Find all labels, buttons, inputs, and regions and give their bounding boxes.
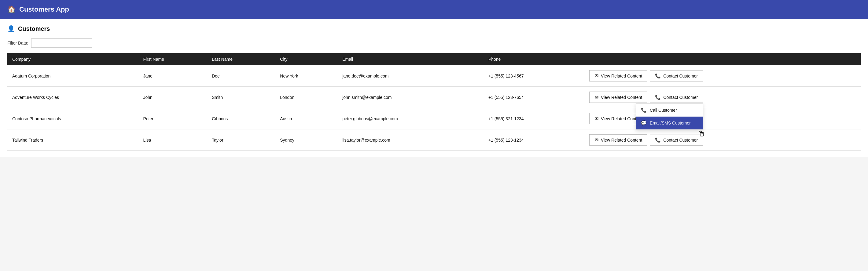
filter-row: Filter Data: [7,38,861,47]
actions-wrapper: ✉View Related Content [589,113,856,124]
email-cell: lisa.taylor@example.com [337,129,484,151]
table-row: Adventure Works CyclesJohnSmithLondonjoh… [7,87,861,108]
page-title: Customers [18,25,50,32]
table-header-row: Company First Name Last Name City Email … [7,53,861,65]
call-icon: 📞 [641,107,647,113]
last-name-cell: Taylor [207,129,275,151]
city-cell: Austin [275,108,337,129]
table-row: Tailwind TradersLisaTaylorSydneylisa.tay… [7,129,861,151]
last-name-cell: Doe [207,65,275,87]
home-icon: 🏠 [7,5,16,13]
call-customer-item[interactable]: 📞Call Customer [636,104,703,116]
company-cell: Contoso Pharmaceuticals [7,108,138,129]
action-cell: ✉View Related Content📞Contact Customer [584,129,861,151]
company-cell: Tailwind Traders [7,129,138,151]
table-row: Adatum CorporationJaneDoeNew Yorkjane.do… [7,65,861,87]
col-actions [584,53,861,65]
col-company: Company [7,53,138,65]
phone-cell: +1 (555) 123-7654 [484,87,584,108]
action-cell: ✉View Related Content📞Contact Customer [584,65,861,87]
phone-cell: +1 (555) 123-1234 [484,129,584,151]
customers-table: Company First Name Last Name City Email … [7,53,861,151]
last-name-cell: Smith [207,87,275,108]
phone-icon: 📞 [655,73,661,79]
col-last-name: Last Name [207,53,275,65]
company-cell: Adventure Works Cycles [7,87,138,108]
action-cell: ✉View Related Content [584,108,861,129]
view-related-button[interactable]: ✉View Related Content [589,92,647,103]
col-city: City [275,53,337,65]
action-cell: ✉View Related Content📞Contact Customer📞C… [584,87,861,108]
view-related-button[interactable]: ✉View Related Content [589,70,647,81]
contact-dropdown-menu: 📞Call Customer💬Email/SMS Customer🖱 [636,103,703,130]
page-content: 👤 Customers Filter Data: Company First N… [0,19,868,157]
email-icon: ✉ [594,116,598,122]
contact-customer-button[interactable]: 📞Contact Customer [650,135,703,145]
phone-icon: 📞 [655,95,661,100]
email-icon: ✉ [594,137,598,143]
email-cell: peter.gibbons@example.com [337,108,484,129]
first-name-cell: Jane [138,65,207,87]
first-name-cell: John [138,87,207,108]
company-cell: Adatum Corporation [7,65,138,87]
table-row: Contoso PharmaceuticalsPeterGibbonsAusti… [7,108,861,129]
contact-dropdown-container: 📞Contact Customer📞Call Customer💬Email/SM… [650,92,703,103]
first-name-cell: Lisa [138,129,207,151]
actions-wrapper: ✉View Related Content📞Contact Customer [589,70,856,81]
filter-label: Filter Data: [7,41,28,45]
chat-icon: 💬 [641,120,647,126]
customers-icon: 👤 [7,25,15,32]
col-phone: Phone [484,53,584,65]
col-first-name: First Name [138,53,207,65]
phone-icon: 📞 [655,137,661,143]
city-cell: London [275,87,337,108]
contact-customer-button[interactable]: 📞Contact Customer [650,70,703,81]
page-heading: 👤 Customers [7,25,861,32]
phone-cell: +1 (555) 123-4567 [484,65,584,87]
email-sms-customer-item[interactable]: 💬Email/SMS Customer [636,116,703,129]
filter-input[interactable] [31,38,92,47]
email-cell: john.smith@example.com [337,87,484,108]
col-email: Email [337,53,484,65]
actions-wrapper: ✉View Related Content📞Contact Customer📞C… [589,92,856,103]
first-name-cell: Peter [138,108,207,129]
email-icon: ✉ [594,94,598,100]
email-icon: ✉ [594,73,598,79]
app-title: Customers App [19,5,69,13]
actions-wrapper: ✉View Related Content📞Contact Customer [589,134,856,145]
phone-cell: +1 (555) 321-1234 [484,108,584,129]
city-cell: New York [275,65,337,87]
last-name-cell: Gibbons [207,108,275,129]
contact-customer-button[interactable]: 📞Contact Customer [650,92,703,103]
app-header: 🏠 Customers App [0,0,868,19]
view-related-button[interactable]: ✉View Related Content [589,134,647,145]
city-cell: Sydney [275,129,337,151]
email-cell: jane.doe@example.com [337,65,484,87]
